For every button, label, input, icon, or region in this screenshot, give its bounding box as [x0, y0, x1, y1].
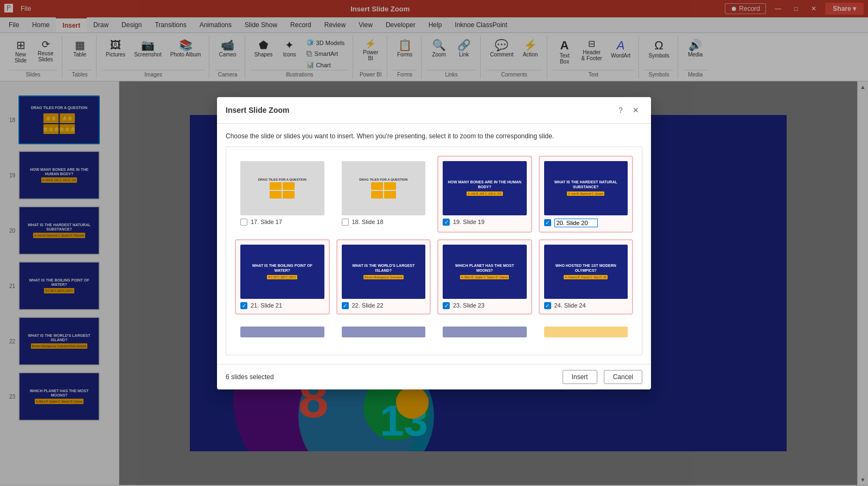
modal-description: Choose the slide or slides you want to i…	[226, 132, 642, 140]
modal-footer: 6 slides selected Insert Cancel	[217, 364, 651, 389]
grid-thumb-21: WHAT IS THE BOILING POINT OF WATER? 0°C …	[240, 245, 324, 299]
grid-thumb-22: WHAT IS THE WORLD'S LARGEST ISLAND? Born…	[342, 245, 426, 299]
grid-checkbox-18[interactable]	[342, 219, 349, 226]
grid-checkbox-20[interactable]: ✓	[544, 219, 551, 226]
grid-thumb-25	[240, 327, 324, 337]
modal-body: Choose the slide or slides you want to i…	[217, 124, 651, 364]
slide-grid: DRAG TILES FOR A QUESTION	[231, 151, 637, 350]
insert-slide-zoom-modal: Insert Slide Zoom ? ✕ Choose the slide o…	[217, 97, 651, 389]
grid-label-22: ✓ 22. Slide 22	[342, 302, 426, 309]
grid-label-17: 17. Slide 17	[240, 219, 324, 226]
grid-thumb-26	[342, 327, 426, 337]
grid-thumb-24: WHO HOSTED THE 1ST MODERN OLYMPICS? A: G…	[544, 245, 628, 299]
modal-title: Insert Slide Zoom	[226, 106, 289, 114]
grid-slide-22[interactable]: WHAT IS THE WORLD'S LARGEST ISLAND? Born…	[336, 239, 431, 315]
grid-slide-19[interactable]: HOW MANY BONES ARE IN THE HUMAN BODY? A:…	[437, 156, 532, 233]
grid-slide-17[interactable]: DRAG TILES FOR A QUESTION	[235, 156, 330, 233]
grid-thumb-27	[443, 327, 527, 337]
grid-slide-23[interactable]: WHICH PLANET HAS THE MOST MOONS? A: Mars…	[437, 239, 532, 315]
modal-help-button[interactable]: ?	[614, 104, 627, 117]
grid-label-23: ✓ 23. Slide 23	[443, 302, 527, 309]
modal-overlay: Insert Slide Zoom ? ✕ Choose the slide o…	[0, 0, 868, 486]
grid-slide-27[interactable]	[437, 321, 532, 346]
slides-selected-text: 6 slides selected	[226, 373, 274, 381]
grid-label-19: ✓ 19. Slide 19	[443, 219, 527, 226]
grid-checkbox-23[interactable]: ✓	[443, 302, 450, 309]
grid-label-24: ✓ 24. Slide 24	[544, 302, 628, 309]
modal-header: Insert Slide Zoom ? ✕	[217, 97, 651, 124]
grid-thumb-28	[544, 327, 628, 337]
grid-label-20: ✓	[544, 219, 628, 227]
grid-checkbox-22[interactable]: ✓	[342, 302, 349, 309]
grid-checkbox-24[interactable]: ✓	[544, 302, 551, 309]
grid-thumb-20: WHAT IS THE HARDEST NATURAL SUBSTANCE? A…	[544, 161, 628, 215]
grid-thumb-19: HOW MANY BONES ARE IN THE HUMAN BODY? A:…	[443, 161, 527, 215]
grid-slide-21[interactable]: WHAT IS THE BOILING POINT OF WATER? 0°C …	[235, 239, 330, 315]
grid-label-21: ✓ 21. Slide 21	[240, 302, 324, 309]
grid-slide-25[interactable]	[235, 321, 330, 346]
grid-checkbox-19[interactable]: ✓	[443, 219, 450, 226]
grid-slide-26[interactable]	[336, 321, 431, 346]
insert-button[interactable]: Insert	[563, 370, 597, 384]
grid-thumb-23: WHICH PLANET HAS THE MOST MOONS? A: Mars…	[443, 245, 527, 299]
modal-close-button[interactable]: ✕	[629, 104, 642, 117]
grid-slide-name-input-20[interactable]	[554, 219, 598, 227]
grid-slide-18[interactable]: DRAG TILES FOR A QUESTION	[336, 156, 431, 233]
grid-thumb-17: DRAG TILES FOR A QUESTION	[240, 161, 324, 215]
grid-slide-24[interactable]: WHO HOSTED THE 1ST MODERN OLYMPICS? A: G…	[539, 239, 634, 315]
grid-checkbox-17[interactable]	[240, 219, 247, 226]
cancel-button[interactable]: Cancel	[604, 370, 642, 384]
grid-slide-20[interactable]: WHAT IS THE HARDEST NATURAL SUBSTANCE? A…	[539, 156, 634, 233]
modal-controls: ? ✕	[614, 104, 642, 117]
grid-slide-28[interactable]	[539, 321, 634, 346]
grid-checkbox-21[interactable]: ✓	[240, 302, 247, 309]
grid-thumb-18: DRAG TILES FOR A QUESTION	[342, 161, 426, 215]
grid-label-18: 18. Slide 18	[342, 219, 426, 226]
